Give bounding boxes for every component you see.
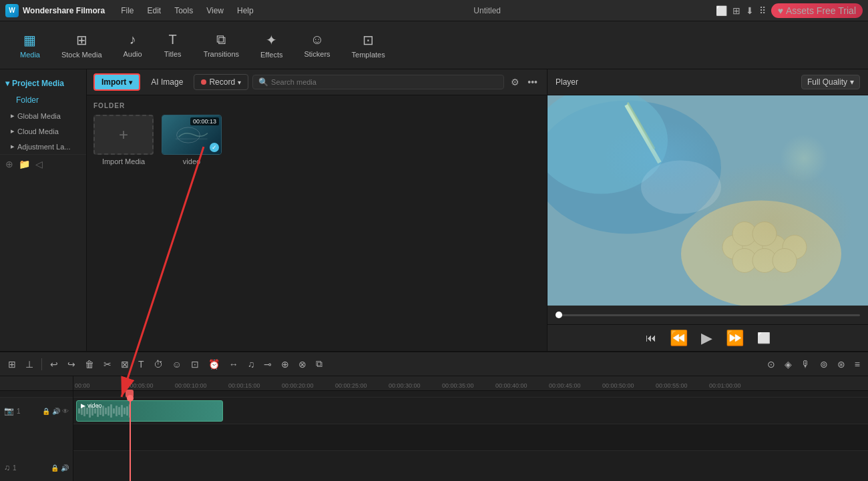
sidebar-chevron-cloud: ▸	[11, 127, 15, 135]
player-scrubber[interactable]	[548, 306, 868, 324]
menu-help[interactable]: Help	[232, 5, 259, 17]
tl-crop-icon[interactable]: ⊠	[118, 358, 132, 371]
play-forward-button[interactable]: ⏩	[726, 330, 744, 347]
filter-icon[interactable]: ⚙	[508, 75, 522, 89]
clip-camera-icon: ▶	[81, 402, 85, 409]
toolbar-transitions[interactable]: ⧉ Transitions	[194, 27, 248, 63]
play-back-button[interactable]: ⏪	[670, 330, 688, 347]
timeline-toolbar: ⊞ ⊥ ↩ ↪ 🗑 ✂ ⊠ T ⏱ ☺ ⊡ ⏰ ↔ ♫ ⊸ ⊕ ⊗ ⧉ ⊙ ◈ …	[0, 352, 868, 376]
search-input[interactable]	[271, 78, 498, 86]
tl-text-icon[interactable]: T	[136, 358, 147, 371]
video-eye-icon[interactable]: 👁	[62, 408, 69, 415]
menu-tools[interactable]: Tools	[169, 5, 198, 17]
stock-media-label: Stock Media	[61, 51, 102, 59]
app-name: Wondershare Filmora	[23, 6, 105, 15]
tl-right-icon6[interactable]: ≡	[852, 358, 863, 371]
ai-image-label: AI Image	[151, 77, 183, 87]
play-button[interactable]: ▶	[701, 330, 712, 347]
tl-link-icon[interactable]: ⧉	[313, 357, 325, 371]
sidebar-item-cloud-media[interactable]: ▸ Cloud Media	[0, 123, 86, 139]
audio-track-label: ♫ 1 🔒 🔊	[0, 454, 73, 481]
grid-icon[interactable]: ⠿	[759, 5, 766, 16]
record-button[interactable]: Record ▾	[194, 74, 248, 90]
tl-right-icon4[interactable]: ⊚	[817, 358, 831, 371]
ruler-tick-1: 00:00:05:00	[122, 382, 154, 389]
tl-right-icon1[interactable]: ⊙	[765, 358, 778, 371]
tl-right-icon2[interactable]: ◈	[782, 358, 795, 371]
tl-audio-sync-icon[interactable]: ♫	[245, 358, 258, 371]
tl-redo-icon[interactable]: ↪	[65, 358, 78, 371]
scrubber-bar[interactable]	[556, 314, 860, 316]
playhead-line	[130, 398, 131, 481]
monitor-icon[interactable]: ⬜	[716, 5, 727, 16]
import-media-item[interactable]: + Import Media	[93, 115, 154, 165]
download-icon[interactable]: ⬇	[746, 5, 754, 16]
sidebar-item-folder[interactable]: Folder	[0, 92, 86, 108]
tl-settings-icon[interactable]: ⊗	[296, 358, 309, 371]
tl-time-icon[interactable]: ⏰	[206, 358, 222, 371]
quality-select[interactable]: Full Quality ▾	[801, 75, 860, 89]
toolbar-effects[interactable]: ✦ Effects	[251, 27, 292, 64]
fullscreen-button[interactable]: ⬜	[757, 332, 771, 344]
tl-split-icon[interactable]: ⊸	[261, 358, 274, 371]
tl-frame-icon[interactable]: ⊡	[188, 358, 202, 371]
rewind-button[interactable]: ⏮	[646, 332, 656, 344]
toolbar-media[interactable]: ▦ Media	[11, 27, 49, 64]
collapse-icon[interactable]: ◁	[35, 159, 43, 169]
folder-label: Folder	[11, 95, 39, 105]
import-button[interactable]: Import ▾	[93, 73, 140, 91]
toolbar-titles[interactable]: T Titles	[154, 27, 192, 63]
video-thumb: 00:00:13 ✓	[162, 115, 222, 155]
sidebar-item-global-media[interactable]: ▸ Global Media	[0, 108, 86, 123]
toolbar-stock-media[interactable]: ⊞ Stock Media	[52, 27, 112, 64]
tl-emoji-icon[interactable]: ☺	[170, 358, 184, 371]
tl-delete-icon[interactable]: 🗑	[82, 358, 97, 371]
main-area: ▾ Project Media Folder ▸ Global Media ▸ …	[0, 69, 868, 351]
tl-zoom-icon[interactable]: ⊕	[278, 358, 292, 371]
media-icon: ▦	[23, 32, 36, 48]
more-options-icon[interactable]: •••	[525, 75, 540, 89]
ruler-tick-10: 00:00:50:00	[602, 382, 634, 389]
toolbar-templates[interactable]: ⊡ Templates	[343, 27, 395, 64]
ruler-tick-8: 00:00:40:00	[495, 382, 527, 389]
video-lock-icon[interactable]: 🔒	[42, 408, 50, 415]
window-title: Untitled	[259, 6, 716, 15]
new-folder-icon[interactable]: ⊕	[5, 159, 13, 169]
assets-free-trial-button[interactable]: ♥ Assets Free Trial	[771, 3, 863, 18]
sidebar-arrow-icon: ▾	[5, 79, 9, 88]
ruler-tick-2: 00:00:10:00	[175, 382, 207, 389]
main-toolbar: ▦ Media ⊞ Stock Media ♪ Audio T Titles ⧉…	[0, 21, 868, 69]
toolbar-audio[interactable]: ♪ Audio	[114, 27, 152, 63]
folder-open-icon[interactable]: 📁	[19, 159, 30, 169]
toolbar-stickers[interactable]: ☺ Stickers	[294, 27, 339, 63]
sidebar-chevron-global: ▸	[11, 111, 15, 120]
video-media-item[interactable]: 00:00:13 ✓ video	[162, 115, 222, 165]
tl-grid-icon[interactable]: ⊞	[5, 358, 19, 371]
tl-undo-icon[interactable]: ↩	[47, 358, 61, 371]
menu-view[interactable]: View	[201, 5, 229, 17]
tl-clock-icon[interactable]: ⏱	[151, 358, 166, 371]
menu-file[interactable]: File	[116, 5, 139, 17]
audio-volume-icon[interactable]: 🔊	[61, 464, 69, 472]
tl-cut-icon[interactable]: ✂	[101, 358, 114, 371]
audio-lock-icon[interactable]: 🔒	[51, 464, 59, 472]
menu-edit[interactable]: Edit	[142, 5, 166, 17]
sidebar-item-adjustment[interactable]: ▸ Adjustment La...	[0, 139, 86, 154]
music-icon: ♫	[4, 463, 10, 472]
scrubber-handle[interactable]	[556, 312, 562, 318]
sidebar-project-media[interactable]: ▾ Project Media	[0, 75, 86, 92]
video-preview-svg	[171, 125, 212, 145]
tl-snap-icon[interactable]: ⊥	[23, 358, 36, 371]
record-chevron-icon: ▾	[238, 79, 241, 86]
layout-icon[interactable]: ⊞	[732, 5, 740, 16]
video-track-controls: 🔒 🔊 👁	[42, 408, 69, 415]
video-track-row: ▶ video	[73, 398, 868, 424]
audio-track-num: 1	[13, 464, 17, 472]
tl-right-icon3[interactable]: 🎙	[799, 358, 813, 371]
ai-image-button[interactable]: AI Image	[144, 75, 190, 89]
tl-stretch-icon[interactable]: ↔	[226, 358, 241, 371]
tl-right-icon5[interactable]: ⊛	[835, 358, 848, 371]
video-volume-icon[interactable]: 🔊	[52, 408, 60, 415]
video-overlay	[548, 95, 868, 306]
video-clip[interactable]: ▶ video	[76, 400, 223, 422]
